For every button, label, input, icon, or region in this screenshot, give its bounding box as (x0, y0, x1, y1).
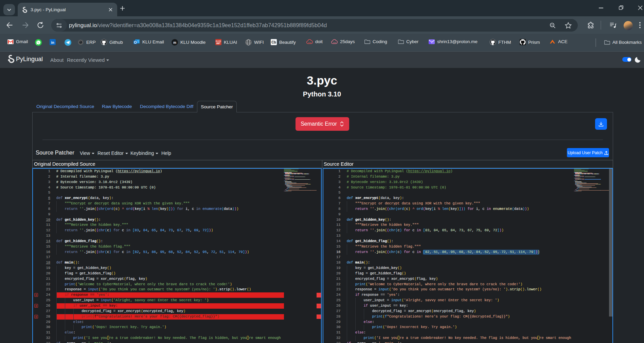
svg-text:Cb: Cb (271, 40, 276, 44)
svg-text:m: m (173, 41, 176, 44)
svg-text:in: in (51, 40, 54, 44)
svg-text:KLUAI: KLUAI (216, 40, 221, 42)
